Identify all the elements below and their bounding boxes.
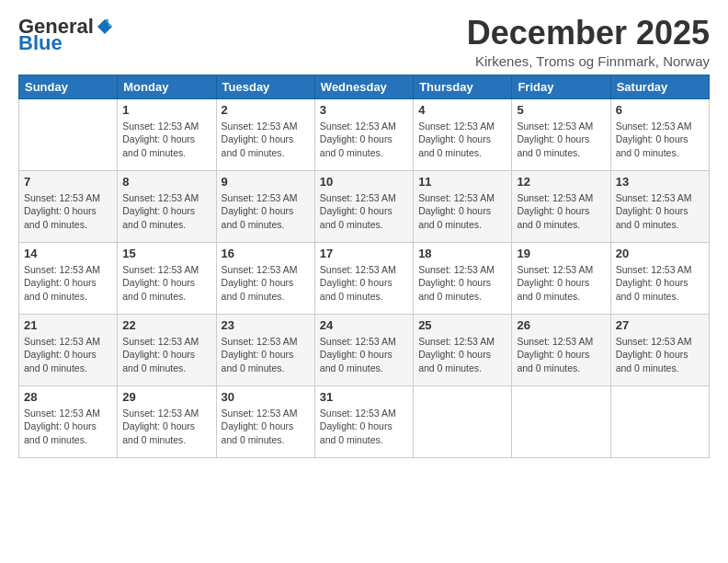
day-number: 31 — [320, 390, 408, 404]
calendar-cell: 28Sunset: 12:53 AM Daylight: 0 hours and… — [19, 385, 118, 457]
day-number: 21 — [24, 318, 112, 332]
day-number: 17 — [320, 247, 408, 260]
calendar-cell: 22Sunset: 12:53 AM Daylight: 0 hours and… — [118, 314, 216, 385]
day-number: 26 — [517, 318, 605, 332]
day-info: Sunset: 12:53 AM Daylight: 0 hours and 0… — [24, 335, 112, 375]
calendar-cell: 2Sunset: 12:53 AM Daylight: 0 hours and … — [216, 98, 314, 170]
day-info: Sunset: 12:53 AM Daylight: 0 hours and 0… — [320, 263, 408, 304]
calendar-cell: 1Sunset: 12:53 AM Daylight: 0 hours and … — [118, 98, 216, 170]
day-number: 28 — [24, 390, 112, 404]
day-number: 22 — [122, 318, 210, 332]
calendar-cell: 12Sunset: 12:53 AM Daylight: 0 hours and… — [512, 170, 610, 242]
calendar-cell: 6Sunset: 12:53 AM Daylight: 0 hours and … — [610, 98, 709, 170]
day-number: 10 — [320, 175, 408, 189]
weekday-header-saturday: Saturday — [610, 75, 709, 98]
day-number: 18 — [418, 247, 506, 260]
calendar-cell — [19, 98, 118, 170]
day-info: Sunset: 12:53 AM Daylight: 0 hours and 0… — [418, 191, 506, 232]
day-number: 19 — [517, 247, 605, 260]
day-info: Sunset: 12:53 AM Daylight: 0 hours and 0… — [122, 407, 210, 447]
day-number: 24 — [320, 318, 408, 332]
weekday-header-friday: Friday — [512, 75, 610, 98]
day-info: Sunset: 12:53 AM Daylight: 0 hours and 0… — [320, 407, 408, 447]
calendar-cell: 30Sunset: 12:53 AM Daylight: 0 hours and… — [216, 385, 314, 457]
day-info: Sunset: 12:53 AM Daylight: 0 hours and 0… — [24, 191, 112, 232]
day-info: Sunset: 12:53 AM Daylight: 0 hours and 0… — [418, 120, 506, 160]
calendar-cell: 7Sunset: 12:53 AM Daylight: 0 hours and … — [19, 170, 118, 242]
calendar-cell: 24Sunset: 12:53 AM Daylight: 0 hours and… — [314, 314, 413, 385]
day-number: 4 — [418, 103, 506, 117]
day-number: 13 — [616, 175, 704, 189]
day-number: 12 — [517, 175, 605, 189]
day-number: 23 — [222, 318, 310, 332]
calendar-cell: 4Sunset: 12:53 AM Daylight: 0 hours and … — [414, 98, 512, 170]
calendar-cell: 29Sunset: 12:53 AM Daylight: 0 hours and… — [118, 385, 216, 457]
calendar-cell: 5Sunset: 12:53 AM Daylight: 0 hours and … — [512, 98, 610, 170]
calendar-cell: 19Sunset: 12:53 AM Daylight: 0 hours and… — [512, 242, 610, 314]
day-info: Sunset: 12:53 AM Daylight: 0 hours and 0… — [320, 120, 408, 160]
calendar-cell: 26Sunset: 12:53 AM Daylight: 0 hours and… — [512, 314, 610, 385]
calendar-cell: 11Sunset: 12:53 AM Daylight: 0 hours and… — [414, 170, 512, 242]
title-block: December 2025 Kirkenes, Troms og Finnmar… — [467, 15, 710, 69]
page: General Blue December 2025 Kirkenes, Tro… — [0, 0, 728, 563]
weekday-header-sunday: Sunday — [19, 75, 118, 98]
weekday-header-wednesday: Wednesday — [314, 75, 413, 98]
day-info: Sunset: 12:53 AM Daylight: 0 hours and 0… — [418, 263, 506, 304]
day-number: 16 — [222, 247, 310, 260]
header: General Blue December 2025 Kirkenes, Tro… — [18, 15, 710, 69]
day-number: 14 — [24, 247, 112, 260]
calendar-cell: 20Sunset: 12:53 AM Daylight: 0 hours and… — [610, 242, 709, 314]
location-title: Kirkenes, Troms og Finnmark, Norway — [467, 53, 710, 69]
calendar-cell: 16Sunset: 12:53 AM Daylight: 0 hours and… — [216, 242, 314, 314]
weekday-header-thursday: Thursday — [414, 75, 512, 98]
day-info: Sunset: 12:53 AM Daylight: 0 hours and 0… — [616, 191, 704, 232]
day-number: 27 — [616, 318, 704, 332]
day-number: 9 — [222, 175, 310, 189]
calendar-cell — [610, 385, 709, 457]
day-info: Sunset: 12:53 AM Daylight: 0 hours and 0… — [222, 335, 310, 375]
day-info: Sunset: 12:53 AM Daylight: 0 hours and 0… — [222, 120, 310, 160]
day-number: 2 — [222, 103, 310, 117]
day-info: Sunset: 12:53 AM Daylight: 0 hours and 0… — [418, 335, 506, 375]
calendar-cell: 25Sunset: 12:53 AM Daylight: 0 hours and… — [414, 314, 512, 385]
calendar-cell: 13Sunset: 12:53 AM Daylight: 0 hours and… — [610, 170, 709, 242]
day-number: 3 — [320, 103, 408, 117]
day-info: Sunset: 12:53 AM Daylight: 0 hours and 0… — [517, 335, 605, 375]
calendar-cell — [414, 385, 512, 457]
day-info: Sunset: 12:53 AM Daylight: 0 hours and 0… — [616, 263, 704, 304]
day-number: 1 — [122, 103, 210, 117]
day-number: 29 — [122, 390, 210, 404]
day-info: Sunset: 12:53 AM Daylight: 0 hours and 0… — [24, 263, 112, 304]
calendar-cell: 15Sunset: 12:53 AM Daylight: 0 hours and… — [118, 242, 216, 314]
day-number: 7 — [24, 175, 112, 189]
day-info: Sunset: 12:53 AM Daylight: 0 hours and 0… — [517, 263, 605, 304]
day-number: 8 — [122, 175, 210, 189]
day-info: Sunset: 12:53 AM Daylight: 0 hours and 0… — [122, 263, 210, 304]
day-number: 6 — [616, 103, 704, 117]
weekday-header-monday: Monday — [118, 75, 216, 98]
day-info: Sunset: 12:53 AM Daylight: 0 hours and 0… — [222, 191, 310, 232]
calendar-cell: 23Sunset: 12:53 AM Daylight: 0 hours and… — [216, 314, 314, 385]
logo-icon — [96, 17, 114, 36]
calendar-cell: 27Sunset: 12:53 AM Daylight: 0 hours and… — [610, 314, 709, 385]
day-info: Sunset: 12:53 AM Daylight: 0 hours and 0… — [517, 191, 605, 232]
calendar-week-row: 28Sunset: 12:53 AM Daylight: 0 hours and… — [19, 385, 710, 457]
calendar-week-row: 14Sunset: 12:53 AM Daylight: 0 hours and… — [19, 242, 710, 314]
day-info: Sunset: 12:53 AM Daylight: 0 hours and 0… — [616, 335, 704, 375]
day-info: Sunset: 12:53 AM Daylight: 0 hours and 0… — [24, 407, 112, 447]
weekday-header-row: SundayMondayTuesdayWednesdayThursdayFrid… — [19, 75, 710, 98]
day-info: Sunset: 12:53 AM Daylight: 0 hours and 0… — [616, 120, 704, 160]
day-info: Sunset: 12:53 AM Daylight: 0 hours and 0… — [320, 191, 408, 232]
calendar-cell: 31Sunset: 12:53 AM Daylight: 0 hours and… — [314, 385, 413, 457]
day-number: 30 — [222, 390, 310, 404]
calendar-cell: 17Sunset: 12:53 AM Daylight: 0 hours and… — [314, 242, 413, 314]
month-title: December 2025 — [467, 15, 710, 52]
day-number: 20 — [616, 247, 704, 260]
day-info: Sunset: 12:53 AM Daylight: 0 hours and 0… — [517, 120, 605, 160]
calendar-table: SundayMondayTuesdayWednesdayThursdayFrid… — [18, 75, 710, 458]
day-info: Sunset: 12:53 AM Daylight: 0 hours and 0… — [222, 263, 310, 304]
calendar-cell: 10Sunset: 12:53 AM Daylight: 0 hours and… — [314, 170, 413, 242]
day-info: Sunset: 12:53 AM Daylight: 0 hours and 0… — [122, 120, 210, 160]
day-info: Sunset: 12:53 AM Daylight: 0 hours and 0… — [122, 191, 210, 232]
day-number: 11 — [418, 175, 506, 189]
